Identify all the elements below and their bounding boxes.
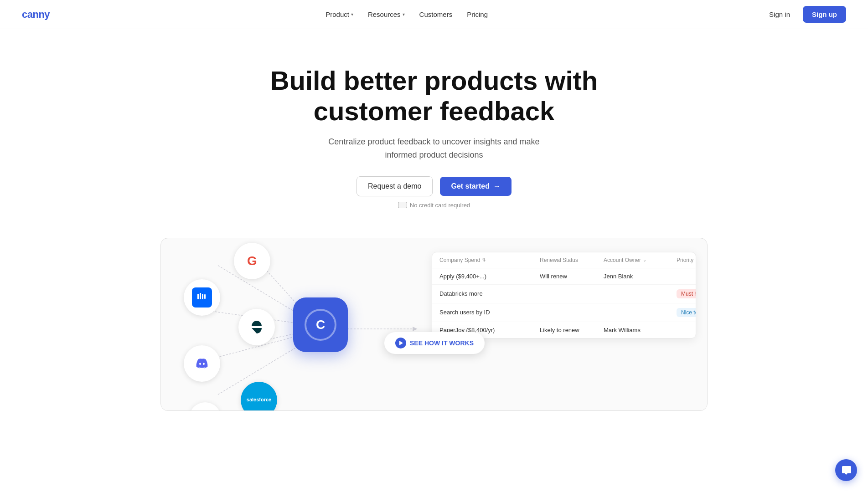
hero-section: Build better products with customer feed…	[0, 29, 868, 231]
nav-item-product[interactable]: Product ▾	[326, 10, 353, 18]
svg-rect-9	[200, 293, 201, 299]
integration-discord	[184, 345, 220, 382]
priority-badge-must: Must have	[677, 289, 696, 298]
nav-item-pricing[interactable]: Pricing	[467, 10, 488, 18]
integration-salesforce: salesforce	[241, 382, 277, 411]
table-row: Databricks more Must have $56,500	[432, 285, 696, 303]
request-demo-button[interactable]: Request a demo	[356, 176, 433, 196]
hero-buttons: Request a demo Get started →	[356, 176, 512, 196]
table-row: Apply ($9,400+...) Will renew Jenn Blank	[432, 268, 696, 285]
chevron-down-icon: ▾	[351, 12, 353, 17]
no-credit-card-notice: No credit card required	[398, 202, 470, 209]
canny-center-logo: C	[293, 297, 348, 352]
nav-center: Product ▾ Resources ▾ Customers Pricing	[326, 10, 488, 18]
integration-zendesk	[238, 309, 275, 345]
hero-subheadline: Centralize product feedback to uncover i…	[315, 135, 553, 162]
nav-item-resources[interactable]: Resources ▾	[368, 10, 405, 18]
get-started-button[interactable]: Get started →	[440, 177, 511, 196]
hero-headline: Build better products with customer feed…	[270, 66, 598, 126]
signup-button[interactable]: Sign up	[803, 6, 846, 23]
col-priority: Priority	[677, 257, 696, 263]
col-account-owner: Account Owner ⌄	[604, 257, 677, 263]
nav-item-customers[interactable]: Customers	[419, 10, 453, 18]
signin-button[interactable]: Sign in	[764, 7, 796, 22]
nav-right: Sign in Sign up	[764, 6, 846, 23]
chevron-down-icon: ▾	[403, 12, 405, 17]
integration-intercom	[184, 279, 220, 316]
feedback-table: Company Spend ⇅ Renewal Status Account O…	[432, 252, 696, 338]
svg-marker-7	[413, 327, 417, 331]
integration-holler: G	[234, 243, 270, 279]
table-row: Search users by ID Nice to have $102,000	[432, 303, 696, 322]
credit-card-icon	[398, 202, 407, 208]
logo[interactable]: canny	[22, 9, 50, 20]
see-how-it-works-button[interactable]: SEE HOW IT WORKS	[384, 332, 485, 354]
play-icon	[395, 338, 406, 348]
svg-rect-11	[204, 294, 206, 299]
arrow-icon: →	[493, 182, 501, 190]
integration-helpscout	[189, 402, 221, 411]
priority-badge-nice: Nice to have	[677, 308, 696, 317]
table-header: Company Spend ⇅ Renewal Status Account O…	[432, 252, 696, 268]
col-renewal-status: Renewal Status	[540, 257, 604, 263]
col-company-spend: Company Spend ⇅	[439, 257, 540, 263]
svg-rect-10	[202, 294, 203, 299]
svg-rect-8	[197, 294, 199, 299]
navbar: canny Product ▾ Resources ▾ Customers Pr…	[0, 0, 868, 29]
product-screenshot: G	[160, 238, 708, 411]
